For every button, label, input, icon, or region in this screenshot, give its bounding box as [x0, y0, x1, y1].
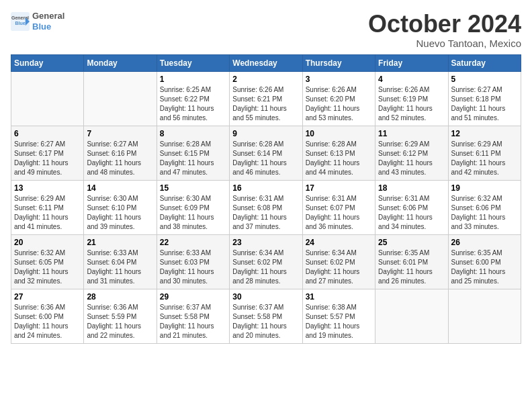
page-header: General Blue General Blue October 2024 N… — [11, 11, 521, 49]
calendar-cell: 21Sunrise: 6:33 AM Sunset: 6:04 PM Dayli… — [84, 234, 157, 289]
cell-info: Sunrise: 6:35 AM Sunset: 6:01 PM Dayligh… — [378, 248, 445, 286]
cell-info: Sunrise: 6:32 AM Sunset: 6:05 PM Dayligh… — [14, 248, 81, 286]
day-number: 29 — [160, 292, 226, 302]
week-row-2: 6Sunrise: 6:27 AM Sunset: 6:17 PM Daylig… — [11, 126, 521, 180]
day-number: 8 — [160, 129, 226, 138]
day-number: 5 — [451, 75, 518, 84]
day-number: 3 — [306, 75, 372, 84]
calendar-cell: 23Sunrise: 6:34 AM Sunset: 6:02 PM Dayli… — [230, 234, 302, 289]
day-number: 26 — [451, 238, 518, 247]
cell-info: Sunrise: 6:27 AM Sunset: 6:18 PM Dayligh… — [451, 85, 518, 123]
cell-info: Sunrise: 6:26 AM Sunset: 6:19 PM Dayligh… — [378, 85, 445, 123]
header-tuesday: Tuesday — [157, 54, 229, 71]
cell-info: Sunrise: 6:35 AM Sunset: 6:00 PM Dayligh… — [451, 248, 518, 286]
header-sunday: Sunday — [11, 54, 84, 71]
header-friday: Friday — [375, 54, 448, 71]
day-number: 22 — [160, 238, 226, 247]
cell-info: Sunrise: 6:28 AM Sunset: 6:15 PM Dayligh… — [160, 140, 226, 177]
day-number: 21 — [87, 238, 153, 247]
calendar-cell: 19Sunrise: 6:32 AM Sunset: 6:06 PM Dayli… — [448, 180, 521, 234]
calendar-cell: 3Sunrise: 6:26 AM Sunset: 6:20 PM Daylig… — [302, 71, 375, 126]
cell-info: Sunrise: 6:36 AM Sunset: 5:59 PM Dayligh… — [87, 303, 153, 340]
month-title: October 2024 — [368, 11, 521, 38]
cell-info: Sunrise: 6:26 AM Sunset: 6:20 PM Dayligh… — [306, 85, 372, 123]
header-monday: Monday — [84, 54, 157, 71]
cell-info: Sunrise: 6:28 AM Sunset: 6:13 PM Dayligh… — [306, 140, 372, 177]
calendar-header-row: SundayMondayTuesdayWednesdayThursdayFrid… — [11, 54, 521, 71]
cell-info: Sunrise: 6:29 AM Sunset: 6:11 PM Dayligh… — [451, 140, 518, 177]
calendar-cell: 7Sunrise: 6:27 AM Sunset: 6:16 PM Daylig… — [84, 126, 157, 180]
calendar-cell: 14Sunrise: 6:30 AM Sunset: 6:10 PM Dayli… — [84, 180, 157, 234]
day-number: 14 — [87, 183, 153, 193]
cell-info: Sunrise: 6:29 AM Sunset: 6:11 PM Dayligh… — [14, 194, 81, 232]
calendar-cell — [84, 71, 157, 126]
cell-info: Sunrise: 6:28 AM Sunset: 6:14 PM Dayligh… — [232, 140, 299, 177]
day-number: 6 — [14, 129, 81, 138]
day-number: 23 — [232, 238, 299, 247]
calendar-cell — [11, 71, 84, 126]
calendar-cell: 29Sunrise: 6:37 AM Sunset: 5:58 PM Dayli… — [157, 289, 229, 343]
logo-line2: Blue — [32, 21, 64, 32]
calendar-cell: 17Sunrise: 6:31 AM Sunset: 6:07 PM Dayli… — [302, 180, 375, 234]
day-number: 16 — [232, 183, 299, 193]
day-number: 25 — [378, 238, 445, 247]
cell-info: Sunrise: 6:38 AM Sunset: 5:57 PM Dayligh… — [306, 303, 372, 340]
calendar-cell: 12Sunrise: 6:29 AM Sunset: 6:11 PM Dayli… — [448, 126, 521, 180]
day-number: 24 — [306, 238, 372, 247]
cell-info: Sunrise: 6:34 AM Sunset: 6:02 PM Dayligh… — [306, 248, 372, 286]
day-number: 2 — [232, 75, 299, 84]
calendar-cell: 30Sunrise: 6:37 AM Sunset: 5:58 PM Dayli… — [230, 289, 302, 343]
calendar-cell: 20Sunrise: 6:32 AM Sunset: 6:05 PM Dayli… — [11, 234, 84, 289]
calendar-cell — [375, 289, 448, 343]
day-number: 31 — [306, 292, 372, 302]
week-row-4: 20Sunrise: 6:32 AM Sunset: 6:05 PM Dayli… — [11, 234, 521, 289]
cell-info: Sunrise: 6:36 AM Sunset: 6:00 PM Dayligh… — [14, 303, 81, 340]
day-number: 7 — [87, 129, 153, 138]
header-wednesday: Wednesday — [230, 54, 302, 71]
day-number: 9 — [232, 129, 299, 138]
calendar-cell: 11Sunrise: 6:29 AM Sunset: 6:12 PM Dayli… — [375, 126, 448, 180]
title-section: October 2024 Nuevo Tantoan, Mexico — [368, 11, 521, 49]
cell-info: Sunrise: 6:34 AM Sunset: 6:02 PM Dayligh… — [232, 248, 299, 286]
day-number: 11 — [378, 129, 445, 138]
cell-info: Sunrise: 6:33 AM Sunset: 6:03 PM Dayligh… — [160, 248, 226, 286]
day-number: 1 — [160, 75, 226, 84]
calendar-cell: 5Sunrise: 6:27 AM Sunset: 6:18 PM Daylig… — [448, 71, 521, 126]
calendar-cell: 8Sunrise: 6:28 AM Sunset: 6:15 PM Daylig… — [157, 126, 229, 180]
cell-info: Sunrise: 6:31 AM Sunset: 6:08 PM Dayligh… — [232, 194, 299, 232]
logo: General Blue General Blue — [11, 11, 64, 32]
cell-info: Sunrise: 6:32 AM Sunset: 6:06 PM Dayligh… — [451, 194, 518, 232]
header-saturday: Saturday — [448, 54, 521, 71]
day-number: 27 — [14, 292, 81, 302]
calendar-cell: 13Sunrise: 6:29 AM Sunset: 6:11 PM Dayli… — [11, 180, 84, 234]
cell-info: Sunrise: 6:33 AM Sunset: 6:04 PM Dayligh… — [87, 248, 153, 286]
calendar-table: SundayMondayTuesdayWednesdayThursdayFrid… — [11, 54, 521, 344]
calendar-cell: 16Sunrise: 6:31 AM Sunset: 6:08 PM Dayli… — [230, 180, 302, 234]
day-number: 12 — [451, 129, 518, 138]
logo-icon: General Blue — [11, 12, 30, 31]
svg-text:Blue: Blue — [15, 20, 25, 25]
calendar-cell: 1Sunrise: 6:25 AM Sunset: 6:22 PM Daylig… — [157, 71, 229, 126]
cell-info: Sunrise: 6:30 AM Sunset: 6:10 PM Dayligh… — [87, 194, 153, 232]
calendar-cell: 28Sunrise: 6:36 AM Sunset: 5:59 PM Dayli… — [84, 289, 157, 343]
calendar-cell: 26Sunrise: 6:35 AM Sunset: 6:00 PM Dayli… — [448, 234, 521, 289]
calendar-cell: 2Sunrise: 6:26 AM Sunset: 6:21 PM Daylig… — [230, 71, 302, 126]
cell-info: Sunrise: 6:27 AM Sunset: 6:17 PM Dayligh… — [14, 140, 81, 177]
day-number: 13 — [14, 183, 81, 193]
day-number: 4 — [378, 75, 445, 84]
calendar-cell: 6Sunrise: 6:27 AM Sunset: 6:17 PM Daylig… — [11, 126, 84, 180]
day-number: 18 — [378, 183, 445, 193]
calendar-cell: 4Sunrise: 6:26 AM Sunset: 6:19 PM Daylig… — [375, 71, 448, 126]
cell-info: Sunrise: 6:37 AM Sunset: 5:58 PM Dayligh… — [160, 303, 226, 340]
cell-info: Sunrise: 6:30 AM Sunset: 6:09 PM Dayligh… — [160, 194, 226, 232]
cell-info: Sunrise: 6:27 AM Sunset: 6:16 PM Dayligh… — [87, 140, 153, 177]
calendar-cell: 24Sunrise: 6:34 AM Sunset: 6:02 PM Dayli… — [302, 234, 375, 289]
calendar-cell — [448, 289, 521, 343]
calendar-cell: 31Sunrise: 6:38 AM Sunset: 5:57 PM Dayli… — [302, 289, 375, 343]
day-number: 19 — [451, 183, 518, 193]
calendar-cell: 25Sunrise: 6:35 AM Sunset: 6:01 PM Dayli… — [375, 234, 448, 289]
calendar-cell: 22Sunrise: 6:33 AM Sunset: 6:03 PM Dayli… — [157, 234, 229, 289]
cell-info: Sunrise: 6:25 AM Sunset: 6:22 PM Dayligh… — [160, 85, 226, 123]
cell-info: Sunrise: 6:31 AM Sunset: 6:06 PM Dayligh… — [378, 194, 445, 232]
cell-info: Sunrise: 6:37 AM Sunset: 5:58 PM Dayligh… — [232, 303, 299, 340]
